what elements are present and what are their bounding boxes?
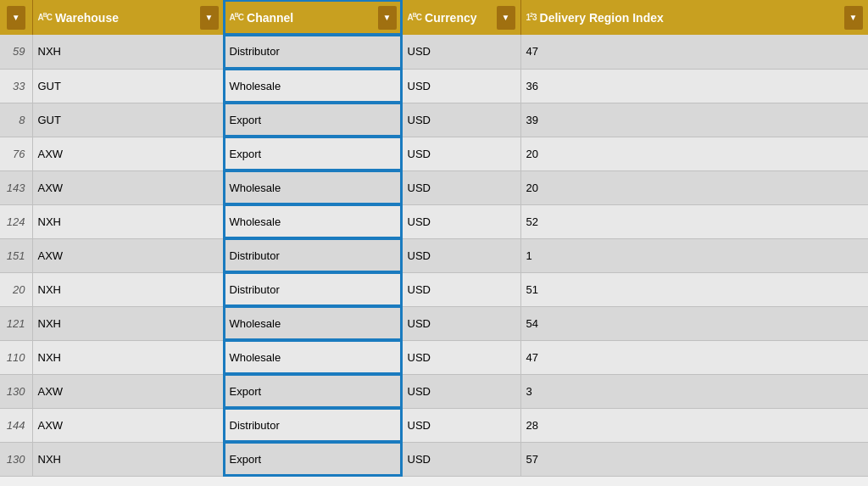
row-delivery: 20 [520, 170, 868, 204]
row-delivery: 28 [520, 408, 868, 442]
row-index: 8 [0, 103, 32, 137]
row-delivery: 36 [520, 69, 868, 103]
currency-header-label: Currency [425, 11, 492, 25]
row-currency: USD [402, 442, 520, 476]
table-row: 130NXHExportUSD57 [0, 442, 868, 476]
row-warehouse: NXH [32, 272, 224, 306]
table-row: 33GUTWholesaleUSD36 [0, 69, 868, 103]
row-currency: USD [402, 340, 520, 374]
table-row: 144AXWDistributorUSD28 [0, 408, 868, 442]
channel-header: ABC Channel [224, 0, 402, 35]
table-row: 76AXWExportUSD20 [0, 137, 868, 170]
row-channel: Wholesale [224, 204, 402, 238]
delivery-text-icon: 123 [526, 12, 537, 22]
delivery-header-label: Delivery Region Index [540, 11, 841, 25]
row-channel: Wholesale [224, 306, 402, 340]
warehouse-header-label: Warehouse [55, 11, 196, 25]
warehouse-header: ABC Warehouse [32, 0, 224, 35]
row-channel: Distributor [224, 408, 402, 442]
delivery-sort-dropdown[interactable] [844, 6, 863, 30]
table-row: 143AXWWholesaleUSD20 [0, 170, 868, 204]
row-warehouse: NXH [32, 442, 224, 476]
row-delivery: 51 [520, 272, 868, 306]
row-delivery: 52 [520, 204, 868, 238]
row-warehouse: GUT [32, 103, 224, 137]
row-warehouse: NXH [32, 306, 224, 340]
row-index: 20 [0, 272, 32, 306]
row-delivery: 3 [520, 374, 868, 408]
row-index: 124 [0, 204, 32, 238]
data-table: ABC Warehouse ABC Channel ABC Curr [0, 0, 868, 486]
row-delivery: 20 [520, 137, 868, 170]
row-currency: USD [402, 408, 520, 442]
row-channel: Wholesale [224, 170, 402, 204]
row-warehouse: AXW [32, 408, 224, 442]
row-warehouse: AXW [32, 374, 224, 408]
currency-text-icon: ABC [408, 12, 422, 22]
row-channel: Wholesale [224, 69, 402, 103]
row-currency: USD [402, 272, 520, 306]
index-header [0, 0, 32, 35]
row-delivery: 39 [520, 103, 868, 137]
table-row: 130AXWExportUSD3 [0, 374, 868, 408]
row-currency: USD [402, 69, 520, 103]
row-index: 110 [0, 340, 32, 374]
row-index: 130 [0, 374, 32, 408]
row-index: 76 [0, 137, 32, 170]
table-row: 110NXHWholesaleUSD47 [0, 340, 868, 374]
row-currency: USD [402, 374, 520, 408]
row-delivery: 1 [520, 238, 868, 272]
row-currency: USD [402, 238, 520, 272]
row-warehouse: NXH [32, 340, 224, 374]
channel-header-label: Channel [247, 11, 374, 25]
row-currency: USD [402, 170, 520, 204]
table-row: 20NXHDistributorUSD51 [0, 272, 868, 306]
row-channel: Export [224, 374, 402, 408]
row-warehouse: NXH [32, 204, 224, 238]
warehouse-text-icon: ABC [38, 12, 53, 22]
row-currency: USD [402, 204, 520, 238]
channel-sort-dropdown[interactable] [378, 6, 397, 30]
row-currency: USD [402, 137, 520, 170]
row-delivery: 54 [520, 306, 868, 340]
row-channel: Distributor [224, 35, 402, 69]
row-channel: Distributor [224, 238, 402, 272]
table-row: 59NXHDistributorUSD47 [0, 35, 868, 69]
row-channel: Distributor [224, 272, 402, 306]
row-index: 33 [0, 69, 32, 103]
row-index: 130 [0, 442, 32, 476]
table-row: 151AXWDistributorUSD1 [0, 238, 868, 272]
row-warehouse: GUT [32, 69, 224, 103]
row-channel: Export [224, 137, 402, 170]
row-warehouse: AXW [32, 238, 224, 272]
row-currency: USD [402, 35, 520, 69]
row-warehouse: AXW [32, 137, 224, 170]
row-channel: Export [224, 442, 402, 476]
row-channel: Wholesale [224, 340, 402, 374]
row-warehouse: AXW [32, 170, 224, 204]
row-index: 121 [0, 306, 32, 340]
row-channel: Export [224, 103, 402, 137]
channel-text-icon: ABC [230, 12, 244, 22]
row-delivery: 47 [520, 340, 868, 374]
row-delivery: 47 [520, 35, 868, 69]
row-currency: USD [402, 103, 520, 137]
row-index: 144 [0, 408, 32, 442]
currency-sort-dropdown[interactable] [497, 6, 515, 30]
table-row: 121NXHWholesaleUSD54 [0, 306, 868, 340]
row-delivery: 57 [520, 442, 868, 476]
currency-header: ABC Currency [402, 0, 520, 35]
row-warehouse: NXH [32, 35, 224, 69]
index-sort-dropdown[interactable] [7, 6, 25, 30]
warehouse-sort-dropdown[interactable] [200, 6, 219, 30]
row-currency: USD [402, 306, 520, 340]
row-index: 59 [0, 35, 32, 69]
row-index: 151 [0, 238, 32, 272]
table-row: 8GUTExportUSD39 [0, 103, 868, 137]
table-row: 124NXHWholesaleUSD52 [0, 204, 868, 238]
row-index: 143 [0, 170, 32, 204]
delivery-header: 123 Delivery Region Index [520, 0, 868, 35]
